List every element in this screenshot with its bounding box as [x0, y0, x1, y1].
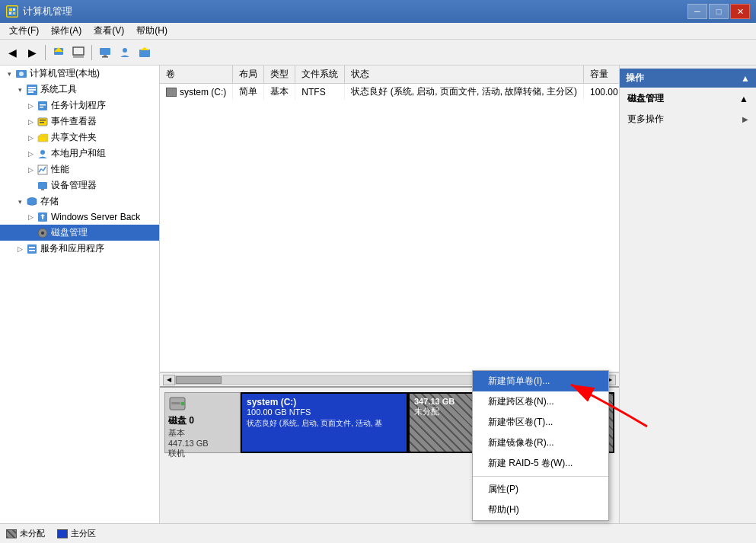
svg-rect-25	[40, 120, 46, 121]
maximize-button[interactable]: □	[709, 4, 729, 19]
system-tools-expand: ▾	[14, 84, 26, 96]
svg-rect-9	[100, 48, 110, 55]
ctx-new-spanned-volume[interactable]: 新建跨区卷(N)...	[473, 391, 608, 412]
tree-root[interactable]: ▾ 计算机管理(本地)	[0, 65, 159, 81]
up-button[interactable]	[49, 43, 68, 62]
svg-rect-36	[27, 244, 37, 254]
disk-name: 磁盘 0	[168, 414, 237, 427]
app-icon	[6, 5, 18, 18]
ctx-new-simple-volume[interactable]: 新建简单卷(I)...	[473, 371, 608, 391]
svg-rect-31	[41, 189, 44, 190]
main-partition-legend-label: 主分区	[71, 528, 96, 539]
svg-point-12	[123, 48, 127, 53]
event-icon	[37, 116, 49, 128]
ops-title: 操作	[626, 72, 644, 85]
svg-rect-4	[13, 12, 15, 14]
perf-icon	[37, 164, 49, 176]
disk-mgmt-label: 磁盘管理	[51, 226, 88, 239]
services-label: 服务和应用程序	[40, 242, 104, 255]
tree-device-manager[interactable]: ▷ 设备管理器	[0, 177, 159, 193]
window-controls[interactable]: ─ □ ✕	[687, 4, 750, 19]
minimize-button[interactable]: ─	[687, 4, 707, 19]
tree-system-tools[interactable]: ▾ 系统工具	[0, 81, 159, 97]
svg-rect-22	[40, 104, 46, 106]
disk-size: 447.13 GB	[168, 439, 237, 448]
menu-help[interactable]: 帮助(H)	[130, 23, 174, 39]
svg-rect-7	[73, 47, 84, 55]
ctx-new-mirrored-volume[interactable]: 新建镜像卷(R)...	[473, 433, 608, 453]
tree-local-users[interactable]: ▷ 本地用户和组	[0, 145, 159, 161]
table-row[interactable]: system (C:) 简单 基本 NTFS 状态良好 (系统, 启动, 页面文…	[160, 84, 619, 101]
cell-volume: system (C:)	[160, 84, 233, 101]
tree-storage[interactable]: ▾ 存储	[0, 193, 159, 209]
storage-icon	[26, 196, 38, 208]
svg-rect-11	[102, 56, 108, 58]
tree-windows-server-backup[interactable]: ▷ Windows Server Back	[0, 209, 159, 225]
tree-services[interactable]: ▷ 服务和应用程序	[0, 241, 159, 257]
ctx-properties[interactable]: 属性(P)	[473, 479, 608, 500]
svg-rect-3	[9, 12, 11, 14]
back-button[interactable]: ◀	[3, 43, 21, 62]
left-tree-panel: ▾ 计算机管理(本地) ▾ 系统工具 ▷ 任务计划程序 ▷	[0, 65, 160, 523]
event-expand: ▷	[24, 116, 37, 128]
show-hide-button[interactable]	[69, 43, 88, 62]
tree-disk-management[interactable]: ▷ 磁盘管理	[0, 225, 159, 241]
system-part-status: 状态良好 (系统, 启动, 页面文件, 活动, 基	[247, 418, 402, 429]
system-partition[interactable]: system (C:) 100.00 GB NTFS 状态良好 (系统, 启动,…	[241, 392, 408, 453]
ops-collapse-icon[interactable]: ▲	[741, 73, 750, 84]
toolbar: ◀ ▶	[0, 40, 756, 65]
ctx-separator	[473, 476, 608, 477]
svg-point-41	[181, 402, 184, 405]
disk-icon-small	[166, 88, 177, 97]
col-capacity: 容量	[584, 65, 619, 84]
legend-main-partition: 主分区	[57, 528, 96, 539]
services-expand: ▷	[14, 243, 26, 255]
wsb-label: Windows Server Back	[51, 212, 140, 222]
computer-button[interactable]	[96, 43, 114, 62]
task-icon	[37, 100, 49, 112]
forward-button[interactable]: ▶	[23, 43, 41, 62]
tree-event-viewer[interactable]: ▷ 事件查看器	[0, 113, 159, 129]
menu-file[interactable]: 文件(F)	[3, 23, 45, 39]
menu-view[interactable]: 查看(V)	[88, 23, 130, 39]
toolbar-separator-2	[91, 45, 92, 60]
ctx-help[interactable]: 帮助(H)	[473, 500, 608, 520]
storage-expand: ▾	[14, 196, 26, 208]
svg-rect-30	[38, 182, 47, 189]
users-button[interactable]	[116, 43, 134, 62]
tree-performance[interactable]: ▷ 性能	[0, 161, 159, 177]
scroll-thumb[interactable]	[176, 376, 222, 384]
scroll-left-arrow[interactable]: ◀	[163, 375, 175, 385]
title-bar-left: 计算机管理	[6, 5, 72, 18]
svg-marker-14	[140, 47, 149, 50]
toolbar-separator-1	[45, 45, 46, 60]
window-title: 计算机管理	[23, 5, 72, 18]
col-type: 类型	[264, 65, 295, 84]
ctx-new-raid5-volume[interactable]: 新建 RAID-5 卷(W)...	[473, 453, 608, 474]
tree-shared-folders[interactable]: ▷ 共享文件夹	[0, 129, 159, 145]
disk-mgmt-icon	[37, 227, 49, 239]
tree-task-scheduler[interactable]: ▷ 任务计划程序	[0, 97, 159, 113]
local-users-icon	[37, 148, 49, 160]
volume-table[interactable]: 卷 布局 类型 文件系统 状态 容量 system (C:) 简单 基本	[160, 65, 619, 372]
svg-point-16	[19, 72, 24, 76]
svg-rect-20	[28, 91, 33, 93]
ops-disk-management: 磁盘管理 ▲	[620, 88, 756, 110]
ctx-new-striped-volume[interactable]: 新建带区卷(T)...	[473, 412, 608, 433]
svg-point-28	[40, 150, 45, 155]
ops-more-arrow: ▶	[742, 115, 748, 123]
legend-unallocated: 未分配	[6, 528, 45, 539]
storage-label: 存储	[40, 195, 59, 208]
svg-rect-38	[29, 250, 35, 251]
share-button[interactable]	[136, 43, 154, 62]
shared-icon	[37, 132, 49, 144]
ops-more-actions[interactable]: 更多操作 ▶	[620, 110, 756, 129]
svg-rect-27	[39, 136, 46, 142]
svg-rect-10	[104, 55, 107, 56]
cell-type: 基本	[264, 84, 295, 101]
close-button[interactable]: ✕	[730, 4, 750, 19]
menu-action[interactable]: 操作(A)	[45, 23, 88, 39]
col-layout: 布局	[233, 65, 264, 84]
system-tools-label: 系统工具	[40, 83, 77, 96]
system-part-size: 100.00 GB NTFS	[247, 407, 402, 417]
